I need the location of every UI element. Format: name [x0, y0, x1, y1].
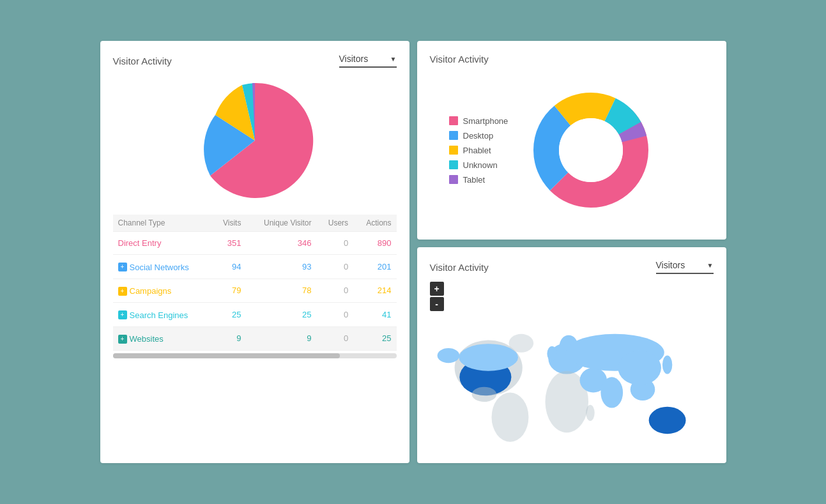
users-val: 0 [317, 279, 354, 303]
svg-point-9 [459, 344, 518, 370]
world-map [430, 316, 714, 450]
visits-val: 94 [211, 255, 246, 279]
dashboard: Visitor Activity Smartphone Desktop Phab… [100, 41, 726, 463]
table-scrollbar-thumb[interactable] [113, 353, 340, 358]
dropdown-arrow-icon: ▼ [390, 56, 397, 63]
table-row: + Search Engines 25 25 0 41 [113, 303, 397, 327]
visitor-activity-map-card: Visitor Activity Visitors ▼ + - [417, 247, 726, 463]
donut-card-content: Smartphone Desktop Phablet Unknown Table… [430, 73, 714, 227]
channel-name[interactable]: + Social Networks [113, 255, 212, 279]
actions-val: 41 [353, 303, 396, 327]
channel-name[interactable]: + Campaigns [113, 279, 212, 303]
visitor-activity-donut-card: Visitor Activity Smartphone Desktop Phab… [417, 41, 726, 240]
right-card-title: Visitor Activity [113, 56, 172, 66]
table-row: + Websites 9 9 0 25 [113, 326, 397, 351]
legend-color-desktop [449, 131, 458, 140]
visits-val: 9 [211, 326, 246, 351]
world-map-svg [430, 316, 714, 450]
svg-point-20 [600, 377, 623, 408]
map-card-header: Visitor Activity Visitors ▼ [430, 260, 714, 274]
channel-name[interactable]: + Websites [113, 326, 212, 351]
table-scrollbar-track[interactable] [113, 353, 397, 358]
svg-point-15 [547, 346, 556, 361]
col-visits: Visits [211, 215, 246, 232]
unique-val: 9 [246, 326, 316, 351]
legend-color-phablet [449, 146, 458, 155]
visits-val: 25 [211, 303, 246, 327]
svg-point-24 [648, 407, 685, 434]
map-visitors-dropdown[interactable]: Visitors ▼ [656, 260, 714, 274]
visits-val: 351 [211, 232, 246, 255]
svg-point-23 [662, 356, 671, 374]
legend-label-smartphone: Smartphone [463, 116, 509, 126]
map-dropdown-arrow-icon: ▼ [707, 262, 714, 269]
legend-item-phablet: Phablet [449, 146, 509, 155]
col-channel: Channel Type [113, 215, 212, 232]
legend-label-phablet: Phablet [463, 146, 491, 155]
donut-card-title: Visitor Activity [430, 54, 714, 65]
donut-chart [527, 86, 655, 214]
svg-point-13 [509, 334, 533, 353]
channel-table: Channel Type Visits Unique Visitor Users… [113, 215, 397, 351]
table-header-row: Channel Type Visits Unique Visitor Users… [113, 215, 397, 232]
users-val: 0 [317, 232, 354, 255]
legend-item-smartphone: Smartphone [449, 116, 509, 126]
zoom-in-button[interactable]: + [430, 282, 444, 296]
unique-val: 93 [246, 255, 316, 279]
actions-val: 214 [353, 279, 396, 303]
table-row: + Social Networks 94 93 0 201 [113, 255, 397, 279]
actions-val: 201 [353, 255, 396, 279]
users-val: 0 [317, 303, 354, 327]
unique-val: 346 [246, 232, 316, 255]
svg-point-11 [471, 387, 496, 402]
table-row: + Campaigns 79 78 0 214 [113, 279, 397, 303]
dropdown-label: Visitors [339, 54, 369, 64]
col-actions: Actions [353, 215, 396, 232]
legend-color-tablet [449, 175, 458, 184]
table-row: Direct Entry 351 346 0 890 [113, 232, 397, 255]
map-zoom-controls: + - [430, 282, 714, 311]
users-val: 0 [317, 326, 354, 351]
actions-val: 25 [353, 326, 396, 351]
actions-val: 890 [353, 232, 396, 255]
legend-color-unknown [449, 160, 458, 169]
svg-point-22 [618, 351, 661, 385]
legend-label-unknown: Unknown [463, 160, 498, 170]
legend-item-tablet: Tablet [449, 175, 509, 185]
users-val: 0 [317, 255, 354, 279]
pie-chart-container [113, 77, 397, 204]
channel-name[interactable]: + Search Engines [113, 303, 212, 327]
unique-val: 25 [246, 303, 316, 327]
visitor-activity-right-card: Visitor Activity Visitors ▼ [100, 41, 409, 463]
map-dropdown-label: Visitors [656, 260, 685, 270]
donut-legend: Smartphone Desktop Phablet Unknown Table… [449, 116, 509, 185]
right-card-header: Visitor Activity Visitors ▼ [113, 54, 397, 68]
svg-point-12 [491, 392, 528, 441]
legend-label-tablet: Tablet [463, 175, 486, 185]
legend-color-smartphone [449, 116, 458, 125]
col-users: Users [317, 215, 354, 232]
legend-label-desktop: Desktop [463, 131, 494, 141]
map-card-title: Visitor Activity [430, 262, 489, 273]
svg-point-25 [586, 405, 595, 421]
visitors-dropdown[interactable]: Visitors ▼ [339, 54, 397, 68]
legend-item-unknown: Unknown [449, 160, 509, 170]
svg-point-5 [559, 118, 623, 182]
unique-val: 78 [246, 279, 316, 303]
svg-point-10 [437, 348, 459, 363]
pie-chart [191, 77, 319, 204]
legend-item-desktop: Desktop [449, 131, 509, 141]
channel-name[interactable]: Direct Entry [113, 232, 212, 255]
zoom-out-button[interactable]: - [430, 297, 444, 311]
visits-val: 79 [211, 279, 246, 303]
col-unique: Unique Visitor [246, 215, 316, 232]
